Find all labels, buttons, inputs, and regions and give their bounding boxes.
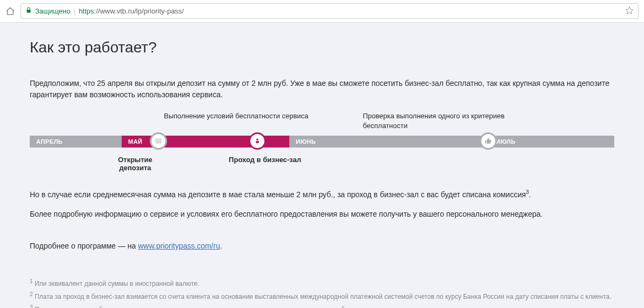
footnote-2: 2 Плата за проход в бизнес-зал взимается… [30, 290, 614, 302]
bookmark-star-icon[interactable] [625, 6, 634, 16]
timeline-label-check: Проверка выполнения одного из критериев … [331, 111, 532, 131]
timeline-bottom-labels: Открытие депозита Проход в бизнес-зал [30, 156, 614, 172]
manager-paragraph: Более подробную информацию о сервисе и у… [30, 209, 614, 220]
url-text: https://www.vtb.ru/lp/priority-pass/ [79, 7, 184, 15]
timeline-month-june: ИЮНЬ [289, 136, 489, 148]
browser-address-bar: Защищено | https://www.vtb.ru/lp/priorit… [0, 0, 644, 23]
page-heading: Как это работает? [30, 39, 614, 56]
timeline-month-july: ИЮЛЬ [489, 136, 614, 148]
home-icon[interactable] [5, 6, 15, 16]
divider: | [74, 7, 75, 15]
fee-paragraph: Но в случае если среднемесячная сумма на… [30, 188, 614, 200]
svg-point-1 [157, 140, 160, 143]
priority-pass-link[interactable]: www.prioritypass.com/ru [138, 242, 220, 250]
timeline-month-april: АПРЕЛЬ [30, 136, 122, 148]
more-info: Подробнее о программе — на www.priorityp… [30, 242, 614, 250]
intro-paragraph: Предположим, что 25 апреля вы открыли де… [30, 78, 614, 101]
timeline-top-labels: Выполнение условий бесплатности сервиса … [164, 111, 614, 131]
footnote-1: 1 Или эквивалент данной суммы в иностран… [30, 277, 614, 289]
url-input[interactable]: Защищено | https://www.vtb.ru/lp/priorit… [21, 3, 639, 19]
secure-label: Защищено [35, 7, 70, 15]
footnotes: 1 Или эквивалент данной суммы в иностран… [30, 277, 614, 308]
lock-icon [25, 7, 32, 15]
label-lounge-entry: Проход в бизнес-зал [165, 156, 333, 172]
timeline: Выполнение условий бесплатности сервиса … [30, 111, 614, 172]
svg-rect-0 [156, 139, 161, 143]
timeline-bar: АПРЕЛЬ МАЙ ИЮНЬ ИЮЛЬ [30, 135, 614, 148]
label-deposit-open: Открытие депозита [30, 156, 165, 172]
footnote-3: 3 Плата за посещение бизнес-зала списыва… [30, 303, 614, 308]
timeline-label-service: Выполнение условий бесплатности сервиса [164, 111, 331, 131]
page-content: Как это работает? Предположим, что 25 ап… [0, 23, 644, 308]
